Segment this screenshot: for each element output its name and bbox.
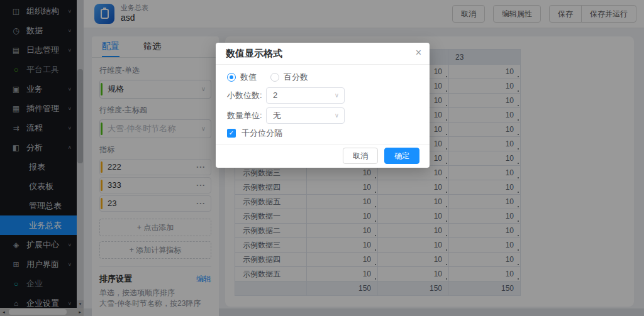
thousands-separator-checkbox[interactable]: ✓ <box>227 129 236 138</box>
decimal-places-value: 2 <box>273 90 277 100</box>
unit-label: 数量单位: <box>227 110 266 121</box>
number-format-modal: 数值显示格式 × 数值 百分数 小数位数: 2 ∨ 数量单位: 无 ∨ ✓ 千分… <box>216 43 430 168</box>
thousands-separator-label: 千分位分隔 <box>242 128 282 139</box>
chevron-down-icon: ∨ <box>335 88 339 103</box>
decimal-places-label: 小数位数: <box>227 90 266 101</box>
modal-ok-button[interactable]: 确定 <box>384 148 419 164</box>
close-icon[interactable]: × <box>416 47 421 58</box>
radio-percentage[interactable] <box>270 73 279 82</box>
radio-numeric[interactable] <box>227 73 236 82</box>
modal-cancel-button[interactable]: 取消 <box>343 148 378 164</box>
unit-value: 无 <box>273 111 281 120</box>
chevron-down-icon: ∨ <box>335 108 339 123</box>
format-type-radio-group: 数值 百分数 <box>227 71 418 84</box>
radio-percentage-label[interactable]: 百分数 <box>284 72 308 83</box>
unit-select[interactable]: 无 ∨ <box>266 107 345 124</box>
decimal-places-select[interactable]: 2 ∨ <box>266 87 345 104</box>
radio-numeric-label[interactable]: 数值 <box>240 72 257 83</box>
modal-title: 数值显示格式 <box>226 48 419 59</box>
